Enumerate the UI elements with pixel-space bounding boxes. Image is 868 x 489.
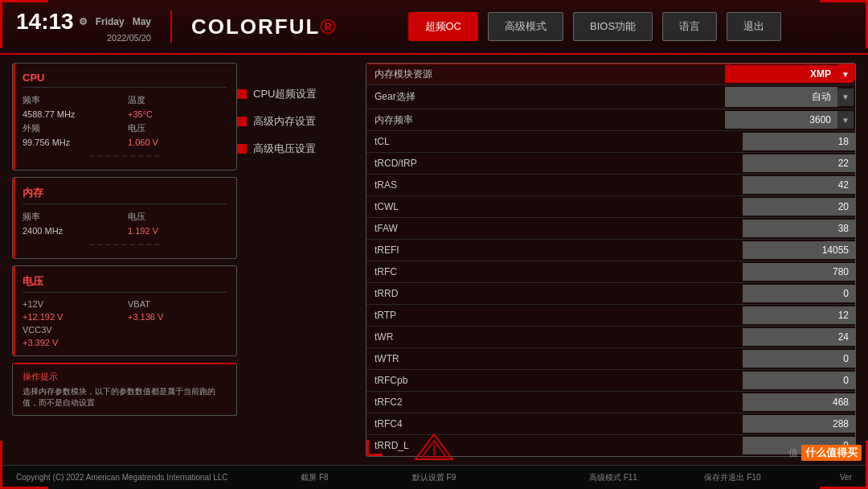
right-panel: 内存模块资源XMP▼Gear选择自动▼内存频率3600▼tCL18tRCD/tR… [366, 63, 856, 457]
param-value-14[interactable]: 0 [743, 372, 855, 389]
param-row-3[interactable]: tCL18 [366, 131, 855, 153]
v12-label: +12V [23, 299, 121, 309]
tips-title: 操作提示 [23, 371, 227, 383]
mem-volt-label: 电压 [128, 211, 227, 223]
wavy-line-mem: ～～～～～～～～～ [23, 239, 227, 250]
param-name-8: tREFI [366, 241, 743, 259]
param-value-13[interactable]: 0 [743, 350, 855, 368]
param-row-4[interactable]: tRCD/tRP22 [366, 153, 855, 175]
param-name-9: tRFC [366, 263, 743, 281]
menu-label-cpu: CPU超频设置 [253, 87, 317, 101]
vbat-label: VBAT [128, 299, 227, 309]
menu-dot-volt [237, 144, 247, 154]
param-name-7: tFAW [366, 220, 743, 237]
menu-item-volt[interactable]: 高级电压设置 [237, 142, 366, 156]
footer-shortcut2: 默认设置 F9 [375, 472, 494, 483]
nav-btn-4[interactable]: 退出 [727, 12, 781, 41]
menu-label-volt: 高级电压设置 [253, 142, 316, 156]
vbat-value: +3.136 V [128, 312, 227, 322]
param-value-4[interactable]: 22 [743, 154, 855, 172]
param-value-6[interactable]: 20 [743, 198, 855, 216]
clock-icon: ⚙ [79, 17, 88, 27]
param-value-8[interactable]: 14055 [743, 241, 855, 259]
footer-shortcut1: 截屏 F8 [255, 472, 375, 483]
param-row-14[interactable]: tRFCpb0 [366, 370, 855, 392]
cpu-ext-label: 外频 [23, 122, 121, 134]
vcc-value: +3.392 V [23, 338, 121, 347]
param-value-10[interactable]: 0 [743, 285, 855, 302]
param-name-0: 内存模块资源 [366, 64, 725, 84]
left-panel: CPU 频率 温度 4588.77 MHz +35°C 外频 电压 99.756… [12, 63, 237, 457]
menu-dot-mem [237, 117, 247, 126]
param-row-6[interactable]: tCWL20 [366, 196, 855, 218]
param-row-13[interactable]: tWTR0 [366, 348, 855, 370]
param-name-10: tRRD [366, 285, 743, 302]
power-grid: +12V VBAT +12.192 V +3.136 V VCC3V +3.39… [23, 299, 227, 347]
main-content: CPU 频率 温度 4588.77 MHz +35°C 外频 电压 99.756… [0, 55, 868, 465]
param-name-15: tRFC2 [366, 393, 743, 411]
header-left: 14:13 ⚙ Friday May 2022/05/20 COLORFUL® [16, 10, 338, 43]
param-row-9[interactable]: tRFC780 [366, 261, 855, 283]
param-value-3[interactable]: 18 [743, 133, 855, 150]
param-value-7[interactable]: 38 [743, 220, 855, 237]
mem-volt-value: 1.192 V [128, 226, 227, 236]
power-title: 电压 [23, 274, 227, 293]
param-row-10[interactable]: tRRD0 [366, 283, 855, 305]
corner-br [820, 441, 868, 489]
cpu-freq-label: 频率 [23, 94, 121, 106]
param-value-16[interactable]: 288 [743, 415, 855, 433]
cpu-grid: 频率 温度 4588.77 MHz +35°C 外频 电压 99.756 MHz… [23, 94, 227, 147]
param-name-4: tRCD/tRP [366, 154, 743, 172]
param-row-7[interactable]: tFAW38 [366, 218, 855, 240]
nav-btn-0[interactable]: 超频OC [408, 12, 479, 41]
clock-date: 2022/05/20 [107, 33, 151, 43]
param-name-14: tRFCpb [366, 372, 743, 389]
params-list[interactable]: 内存模块资源XMP▼Gear选择自动▼内存频率3600▼tCL18tRCD/tR… [366, 64, 855, 456]
param-dropdown-1[interactable]: ▼ [837, 88, 854, 106]
param-name-5: tRAS [366, 176, 743, 194]
param-name-12: tWR [366, 328, 743, 346]
vcc-label: VCC3V [23, 325, 121, 335]
param-name-1: Gear选择 [366, 87, 725, 107]
menu-dot-cpu [237, 89, 247, 99]
footer-copyright: Copyright (C) 2022 American Megatrends I… [16, 473, 255, 482]
corner-tr [820, 0, 868, 48]
param-name-2: 内存频率 [366, 110, 725, 130]
mem-card: 内存 频率 电压 2400 MHz 1.192 V ～～～～～～～～～ [12, 177, 237, 259]
cpu-card: CPU 频率 温度 4588.77 MHz +35°C 外频 电压 99.756… [12, 63, 237, 171]
footer: Copyright (C) 2022 American Megatrends I… [0, 465, 868, 489]
nav-btn-3[interactable]: 语言 [662, 12, 717, 41]
menu-label-mem: 高级内存设置 [253, 114, 316, 129]
param-row-8[interactable]: tREFI14055 [366, 240, 855, 261]
param-value-5[interactable]: 42 [743, 176, 855, 194]
brand-divider [170, 10, 172, 43]
param-row-1[interactable]: Gear选择自动▼ [366, 85, 855, 109]
param-row-11[interactable]: tRTP12 [366, 305, 855, 327]
middle-panel: CPU超频设置 高级内存设置 高级电压设置 [237, 63, 366, 457]
nav-btn-1[interactable]: 高级模式 [488, 12, 563, 41]
menu-item-mem[interactable]: 高级内存设置 [237, 114, 366, 129]
param-value-12[interactable]: 24 [743, 328, 855, 346]
nav-btn-2[interactable]: BIOS功能 [573, 12, 653, 41]
param-value-0[interactable]: XMP [725, 65, 837, 83]
param-value-15[interactable]: 468 [743, 393, 855, 411]
tips-text: 选择内存参数模块，以下的参数数值都是属于当前跑的值，而不是自动设置 [23, 386, 227, 409]
param-row-5[interactable]: tRAS42 [366, 175, 855, 196]
power-card: 电压 +12V VBAT +12.192 V +3.136 V VCC3V +3… [12, 265, 237, 356]
footer-shortcut4: 保存并退出 F10 [673, 472, 792, 483]
header: 14:13 ⚙ Friday May 2022/05/20 COLORFUL® … [0, 0, 868, 55]
param-value-2[interactable]: 3600 [725, 111, 837, 129]
param-row-2[interactable]: 内存频率3600▼ [366, 109, 855, 131]
day-label: Friday [96, 17, 125, 27]
mem-freq-label: 频率 [23, 211, 121, 223]
param-row-16[interactable]: tRFC4288 [366, 413, 855, 435]
param-value-1[interactable]: 自动 [725, 87, 837, 107]
menu-item-cpu[interactable]: CPU超频设置 [237, 87, 366, 101]
param-row-0[interactable]: 内存模块资源XMP▼ [366, 64, 855, 85]
param-dropdown-2[interactable]: ▼ [837, 111, 854, 129]
param-row-15[interactable]: tRFC2468 [366, 392, 855, 413]
param-value-9[interactable]: 780 [743, 263, 855, 281]
param-name-6: tCWL [366, 198, 743, 216]
param-row-12[interactable]: tWR24 [366, 327, 855, 348]
param-value-11[interactable]: 12 [743, 306, 855, 324]
